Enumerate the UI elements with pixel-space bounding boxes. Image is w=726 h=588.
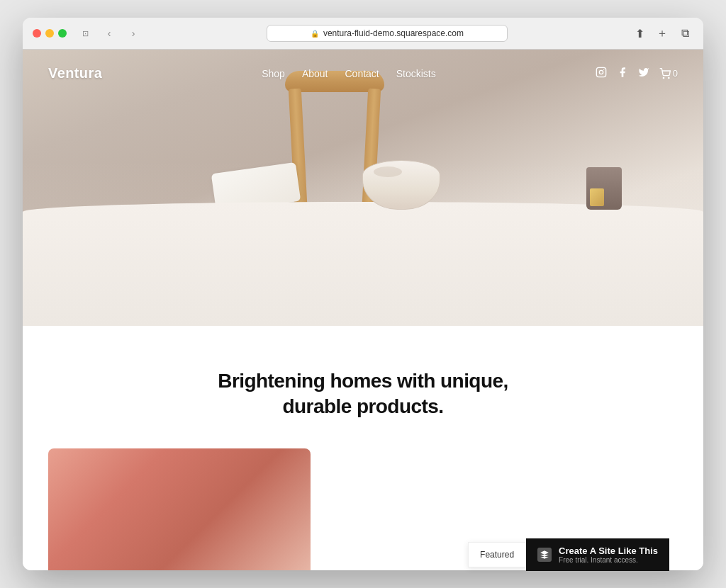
squarespace-badge[interactable]: Create A Site Like This Free trial. Inst… <box>526 538 669 571</box>
cloth-decoration <box>213 168 298 207</box>
navigation: Ventura Shop About Contact Stockists <box>23 50 703 97</box>
cart-count: 0 <box>673 68 678 79</box>
address-bar-wrapper: 🔒 ventura-fluid-demo.squarespace.com <box>152 25 622 42</box>
tab-overview-icon: ⧉ <box>681 27 689 40</box>
squarespace-logo <box>537 548 552 562</box>
cup-decoration <box>586 167 622 210</box>
nav-links: Shop About Contact Stockists <box>262 68 436 79</box>
product-image-left[interactable] <box>48 448 311 570</box>
tagline-line1: Brightening homes with unique, <box>218 370 508 392</box>
bowl-decoration <box>362 160 440 210</box>
svg-point-4 <box>668 77 669 78</box>
nav-link-stockists[interactable]: Stockists <box>396 68 436 79</box>
cup-shape <box>586 167 622 210</box>
tagline-line2: durable products. <box>283 395 444 417</box>
lock-icon: 🔒 <box>311 30 319 38</box>
badge-subtitle: Free trial. Instant access. <box>559 556 658 564</box>
hero-section: Ventura Shop About Contact Stockists <box>23 50 703 326</box>
forward-arrow-icon: › <box>132 28 135 39</box>
facebook-icon[interactable] <box>617 67 628 80</box>
cart-button[interactable]: 0 <box>659 68 678 79</box>
site-logo[interactable]: Ventura <box>48 65 102 81</box>
browser-chrome: ⊡ ‹ › 🔒 ventura-fluid-demo.squarespace.c… <box>23 18 703 50</box>
sidebar-icon: ⊡ <box>82 29 89 38</box>
share-button[interactable]: ⬆ <box>631 25 648 42</box>
instagram-icon[interactable] <box>596 67 607 80</box>
fullscreen-button[interactable] <box>58 29 67 38</box>
twitter-icon[interactable] <box>638 67 649 80</box>
browser-actions: ⬆ ＋ ⧉ <box>631 25 693 42</box>
product-image-placeholder <box>48 448 311 570</box>
back-arrow-icon: ‹ <box>108 28 111 39</box>
nav-link-contact[interactable]: Contact <box>345 68 379 79</box>
svg-point-3 <box>663 77 664 78</box>
nav-link-about[interactable]: About <box>302 68 328 79</box>
badge-text: Create A Site Like This Free trial. Inst… <box>559 545 658 564</box>
svg-rect-0 <box>596 67 605 77</box>
share-icon: ⬆ <box>635 27 644 40</box>
website-content: Ventura Shop About Contact Stockists <box>23 50 703 570</box>
browser-window: ⊡ ‹ › 🔒 ventura-fluid-demo.squarespace.c… <box>23 18 703 570</box>
minimize-button[interactable] <box>45 29 54 38</box>
bottom-bar: Featured Create A Site Like This Free tr… <box>468 538 669 571</box>
badge-title: Create A Site Like This <box>559 545 658 556</box>
url-text: ventura-fluid-demo.squarespace.com <box>323 28 464 38</box>
nav-social: 0 <box>596 67 678 80</box>
close-button[interactable] <box>33 29 41 38</box>
table-surface <box>23 202 703 327</box>
sidebar-toggle[interactable]: ⊡ <box>75 26 95 40</box>
forward-button[interactable]: › <box>123 26 143 40</box>
back-button[interactable]: ‹ <box>99 26 119 40</box>
new-tab-button[interactable]: ＋ <box>654 25 671 42</box>
tagline: Brightening homes with unique, durable p… <box>51 368 675 420</box>
svg-point-1 <box>599 70 603 74</box>
tab-overview-button[interactable]: ⧉ <box>676 25 693 42</box>
nav-link-shop[interactable]: Shop <box>262 68 285 79</box>
svg-point-2 <box>603 69 604 70</box>
traffic-lights <box>33 29 67 38</box>
featured-label: Featured <box>468 542 526 567</box>
plus-icon: ＋ <box>657 26 668 41</box>
tagline-section: Brightening homes with unique, durable p… <box>23 326 703 448</box>
address-bar[interactable]: 🔒 ventura-fluid-demo.squarespace.com <box>267 25 508 42</box>
bowl-shape <box>362 160 440 210</box>
browser-controls: ⊡ ‹ › <box>75 26 143 40</box>
